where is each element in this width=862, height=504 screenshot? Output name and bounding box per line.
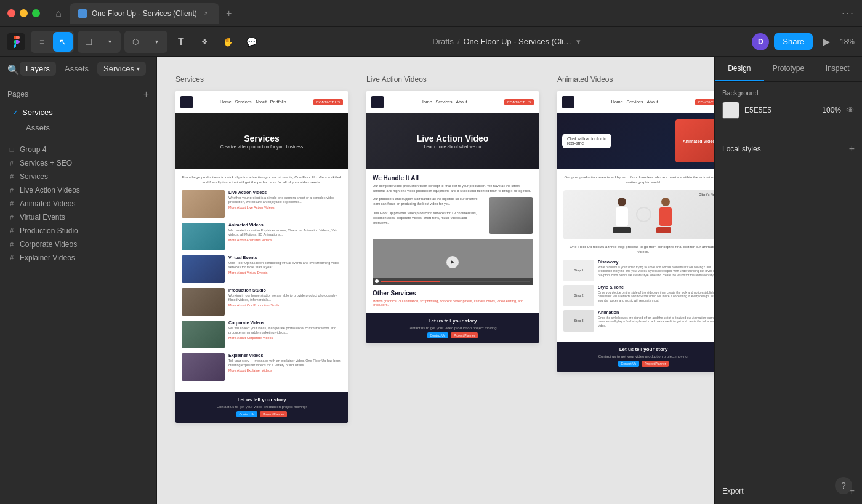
layer-frame-icon: #: [7, 226, 16, 235]
frame-nav-item: Home: [220, 100, 232, 104]
comment-tool[interactable]: 💬: [241, 32, 261, 52]
browser-chrome: ⌂ One Floor Up - Services (Client) × + ·…: [0, 0, 862, 27]
video-controls: [373, 278, 533, 285]
frame-tool-dropdown[interactable]: ▾: [100, 32, 119, 52]
bg-opacity-value[interactable]: 100%: [822, 106, 841, 114]
layers-tab[interactable]: Layers: [20, 62, 56, 76]
breadcrumb-dropdown-icon[interactable]: ▾: [576, 37, 581, 46]
service-link[interactable]: More About Our Production Studio: [228, 303, 342, 307]
service-title: Production Studio: [228, 288, 342, 292]
footer-planner-btn[interactable]: Project Planner: [260, 411, 287, 417]
footer-contact-btn[interactable]: Contact Us: [427, 332, 449, 338]
active-tab[interactable]: One Floor Up - Services (Client) ×: [70, 3, 219, 24]
sidebar-search-icon[interactable]: 🔍: [7, 64, 17, 74]
share-button[interactable]: Share: [774, 33, 813, 50]
browser-menu-icon[interactable]: ···: [842, 7, 855, 20]
play-button[interactable]: ▶: [818, 33, 835, 50]
tab-inspect[interactable]: Inspect: [813, 57, 862, 81]
move-tool[interactable]: ≡: [32, 32, 52, 52]
shape-tool[interactable]: ⬡: [126, 32, 145, 52]
service-title: Animated Videos: [228, 223, 342, 227]
help-button[interactable]: ?: [835, 477, 852, 494]
maximize-window-btn[interactable]: [32, 9, 40, 17]
layer-corporate-videos[interactable]: # Corporate Videos: [0, 238, 156, 251]
footer-contact-btn[interactable]: Contact Us: [236, 411, 258, 417]
frame-nav-item: About: [256, 100, 267, 104]
chat-bubble: Chat with a doctor in real-time: [562, 134, 611, 148]
frame-cta[interactable]: CONTACT US: [695, 99, 714, 105]
layer-services[interactable]: # Services: [0, 170, 156, 183]
layer-label: Services + SEO: [20, 159, 149, 167]
circle-element: [636, 207, 651, 222]
component-tool[interactable]: ❖: [195, 32, 214, 52]
frame-cta[interactable]: CONTACT US: [504, 99, 534, 105]
page-item-services[interactable]: ✓ Services: [7, 105, 149, 120]
layer-explainer-videos[interactable]: # Explainer Videos: [0, 251, 156, 265]
page-item-assets[interactable]: Assets: [7, 120, 149, 135]
step-title: Discovery: [598, 260, 714, 264]
hand-tool[interactable]: ✋: [218, 32, 238, 52]
frame-content-live-action[interactable]: Home Services About CONTACT US Live Acti…: [366, 91, 539, 343]
local-styles-label: Local styles: [722, 145, 761, 153]
layer-virtual-events[interactable]: # Virtual Events: [0, 210, 156, 224]
add-page-button[interactable]: +: [143, 89, 149, 100]
character-1: [613, 198, 631, 231]
frame-tool[interactable]: □: [79, 32, 99, 52]
breadcrumb-current[interactable]: One Floor Up - Services (Cli…: [464, 37, 572, 46]
step-content-2: Style & Tone Once you decide on the styl…: [598, 285, 714, 306]
layer-live-action[interactable]: # Live Action Videos: [0, 183, 156, 197]
other-services-heading: Other Services: [373, 290, 533, 297]
traffic-lights: [7, 9, 40, 17]
animated-label: Animated Videos: [683, 139, 714, 143]
tab-bar: ⌂ One Floor Up - Services (Client) × +: [50, 3, 236, 24]
video-play-icon[interactable]: ▶: [446, 256, 459, 268]
minimize-window-btn[interactable]: [20, 9, 28, 17]
tool-group-move: ≡ ↖: [31, 31, 74, 53]
layer-animated-videos[interactable]: # Animated Videos: [0, 197, 156, 210]
frame-content-services[interactable]: Home Services About Portfolio CONTACT US…: [175, 91, 348, 423]
pages-tab[interactable]: Services ▾: [97, 62, 146, 76]
select-tool[interactable]: ↖: [53, 32, 73, 52]
assets-tab[interactable]: Assets: [58, 62, 95, 76]
service-link[interactable]: More About Animated Videos: [228, 238, 342, 242]
service-link[interactable]: More About Live Action Videos: [228, 206, 342, 209]
service-link[interactable]: More About Explainer Videos: [228, 369, 342, 372]
frame-hero-text: Services: [220, 134, 304, 143]
zoom-level[interactable]: 18%: [840, 38, 855, 46]
new-tab-button[interactable]: +: [222, 6, 236, 21]
video-progress-bar[interactable]: [381, 281, 530, 282]
layer-frame-icon: #: [7, 199, 16, 208]
service-title: Corporate Videos: [228, 321, 342, 325]
service-link[interactable]: More About Virtual Events: [228, 271, 342, 274]
layer-production-studio[interactable]: # Production Studio: [0, 224, 156, 238]
frame-content-animated[interactable]: Home Services About CONTACT US Chat with…: [557, 91, 714, 372]
close-window-btn[interactable]: [7, 9, 15, 17]
breadcrumb-drafts[interactable]: Drafts: [432, 37, 454, 46]
layer-frame-icon: #: [7, 186, 16, 194]
layer-services-seo[interactable]: # Services + SEO: [0, 156, 156, 170]
tab-design[interactable]: Design: [715, 57, 764, 81]
avatar[interactable]: D: [752, 33, 769, 50]
shape-tool-dropdown[interactable]: ▾: [147, 32, 166, 52]
frame-header: Home Services About Portfolio CONTACT US: [175, 91, 348, 113]
tab-prototype[interactable]: Prototype: [764, 57, 813, 81]
bg-hex-value[interactable]: E5E5E5: [744, 106, 817, 114]
add-local-style-button[interactable]: +: [849, 143, 855, 154]
layer-group4[interactable]: □ Group 4: [0, 143, 156, 156]
video-player[interactable]: ▶: [373, 239, 533, 285]
video-progress-fill: [381, 281, 440, 282]
canvas-area[interactable]: Services Home Services About Portfolio C…: [157, 57, 714, 504]
footer-planner-btn[interactable]: Project Planner: [451, 332, 478, 338]
tab-close-icon[interactable]: ×: [202, 9, 211, 18]
frame-cta[interactable]: CONTACT US: [313, 99, 343, 105]
figma-logo[interactable]: [7, 33, 25, 50]
home-button[interactable]: ⌂: [50, 5, 67, 22]
text-tool[interactable]: T: [171, 32, 191, 52]
footer-planner-btn[interactable]: Project Planner: [642, 361, 669, 367]
bg-visibility-icon[interactable]: 👁: [846, 105, 855, 115]
service-title: Explainer Videos: [228, 353, 342, 358]
bg-color-swatch[interactable]: [722, 102, 739, 119]
step-content-1: Discovery What problem is your video try…: [598, 260, 714, 281]
footer-contact-btn[interactable]: Contact Us: [618, 361, 640, 367]
service-link[interactable]: More About Corporate Videos: [228, 336, 342, 340]
